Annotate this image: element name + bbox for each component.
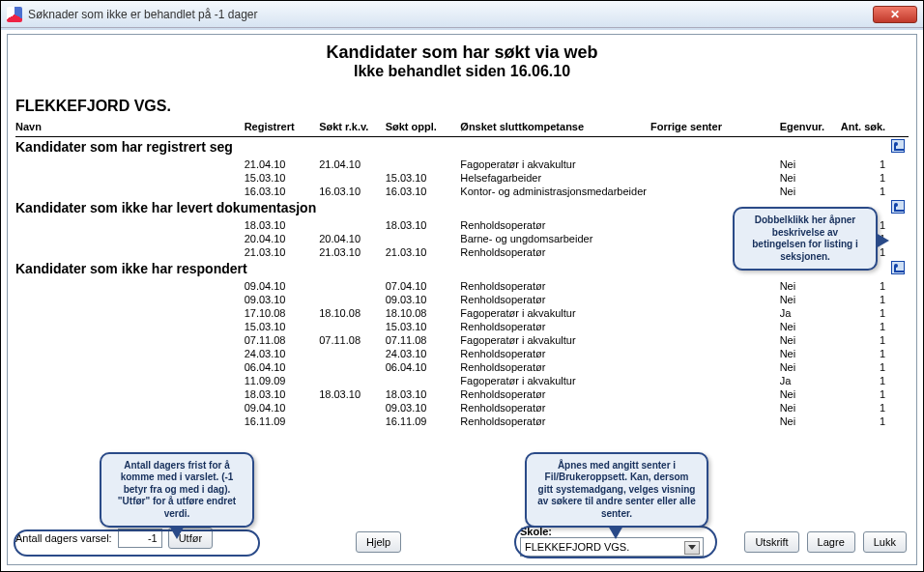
cell-oppl: 16.03.10	[386, 185, 461, 198]
cell-slutt: Renholdsoperatør	[460, 218, 650, 232]
cell-ant: 1	[837, 293, 890, 306]
cell-egen: Nei	[780, 293, 837, 306]
cell-reg: 16.11.09	[245, 415, 320, 428]
cell-reg: 15.03.10	[245, 320, 320, 333]
cell-oppl: 06.04.10	[386, 360, 461, 374]
cell-navn	[15, 293, 245, 306]
window-close-button[interactable]: ✕	[873, 6, 917, 23]
cell-rkv	[319, 401, 385, 415]
cell-oppl: 07.11.08	[386, 333, 461, 347]
table-row[interactable]: 16.03.1016.03.1016.03.10Kontor- og admin…	[15, 185, 909, 198]
col-info-icon	[889, 119, 909, 137]
cell-blank	[889, 320, 909, 333]
table-row[interactable]: 18.03.1018.03.1018.03.10Renholdsoperatør…	[15, 387, 909, 401]
cell-rkv	[319, 360, 385, 374]
candidates-table: Navn Registrert Søkt r.k.v. Søkt oppl. Ø…	[15, 119, 909, 428]
cell-slutt: Renholdsoperatør	[460, 279, 650, 293]
cell-navn	[15, 157, 245, 171]
scroll-area[interactable]: Kandidater som har søkt via web Ikke beh…	[8, 35, 916, 564]
cell-blank	[889, 347, 909, 360]
cell-ant: 1	[837, 333, 890, 347]
cell-ant: 1	[837, 306, 890, 320]
cell-blank	[889, 387, 909, 401]
cell-egen: Nei	[780, 415, 837, 428]
callout-days-warning: Antall dagers frist for å komme med i va…	[100, 452, 254, 529]
cell-egen: Nei	[780, 347, 837, 360]
cell-reg: 07.11.08	[245, 333, 320, 347]
cell-slutt: Fagoperatør i akvakultur	[460, 333, 650, 347]
cell-ant: 1	[837, 387, 890, 401]
cell-oppl: 18.10.08	[386, 306, 461, 320]
cell-forr	[650, 401, 780, 415]
col-forrige-senter: Forrige senter	[650, 119, 780, 137]
cell-egen: Nei	[780, 171, 837, 185]
section-info-cell	[889, 259, 909, 279]
table-row[interactable]: 11.09.09Fagoperatør i akvakulturJa1	[15, 374, 909, 387]
cell-egen: Nei	[780, 401, 837, 415]
table-row[interactable]: 21.04.1021.04.10Fagoperatør i akvakultur…	[15, 157, 909, 171]
table-row[interactable]: 09.04.1009.03.10RenholdsoperatørNei1	[15, 401, 909, 415]
callout-section-info: Dobbelklikk her åpner beskrivelse av bet…	[733, 207, 878, 271]
cell-forr	[650, 185, 780, 198]
cell-reg: 24.03.10	[245, 347, 320, 360]
cell-rkv: 21.04.10	[319, 157, 385, 171]
cell-navn	[15, 245, 245, 259]
cell-reg: 18.03.10	[245, 387, 320, 401]
cell-slutt: Renholdsoperatør	[460, 320, 650, 333]
cell-blank	[889, 171, 909, 185]
table-row[interactable]: 15.03.1015.03.10RenholdsoperatørNei1	[15, 320, 909, 333]
cell-reg: 21.04.10	[245, 157, 320, 171]
cell-navn	[15, 232, 245, 245]
cell-oppl: 18.03.10	[386, 218, 461, 232]
cell-slutt: Renholdsoperatør	[460, 387, 650, 401]
cell-rkv	[319, 415, 385, 428]
cell-blank	[889, 415, 909, 428]
page-title: Kandidater som har søkt via web	[15, 43, 909, 63]
app-window: Søknader som ikke er behandlet på -1 dag…	[0, 0, 924, 572]
cell-ant: 1	[837, 157, 890, 171]
table-row[interactable]: 06.04.1006.04.10RenholdsoperatørNei1	[15, 360, 909, 374]
table-row[interactable]: 15.03.1015.03.10HelsefagarbeiderNei1	[15, 171, 909, 185]
cell-ant: 1	[837, 171, 890, 185]
cell-rkv	[319, 293, 385, 306]
section-info-icon[interactable]	[891, 261, 905, 274]
table-row[interactable]: 24.03.1024.03.10RenholdsoperatørNei1	[15, 347, 909, 360]
table-row[interactable]: 07.11.0807.11.0807.11.08Fagoperatør i ak…	[15, 333, 909, 347]
section-info-icon[interactable]	[891, 200, 905, 214]
cell-navn	[15, 415, 245, 428]
cell-oppl: 09.03.10	[386, 401, 461, 415]
cell-blank	[889, 293, 909, 306]
cell-blank	[889, 374, 909, 387]
cell-blank	[889, 245, 909, 259]
cell-navn	[15, 360, 245, 374]
col-registrert: Registrert	[245, 119, 320, 137]
cell-blank	[889, 401, 909, 415]
table-row[interactable]: 16.11.0916.11.09RenholdsoperatørNei1	[15, 415, 909, 428]
cell-ant: 1	[837, 185, 890, 198]
section-info-icon[interactable]	[891, 139, 905, 153]
cell-ant: 1	[837, 320, 890, 333]
cell-reg: 20.04.10	[245, 232, 320, 245]
cell-blank	[889, 232, 909, 245]
cell-blank	[889, 360, 909, 374]
highlight-days-controls	[14, 529, 260, 557]
cell-forr	[650, 171, 780, 185]
cell-slutt: Renholdsoperatør	[460, 401, 650, 415]
cell-ant: 1	[837, 360, 890, 374]
section-info-cell	[889, 137, 909, 158]
cell-forr	[650, 360, 780, 374]
cell-slutt: Barne- og ungdomsarbeider	[460, 232, 650, 245]
table-row[interactable]: 09.04.1007.04.10RenholdsoperatørNei1	[15, 279, 909, 293]
cell-rkv: 18.10.08	[319, 306, 385, 320]
cell-oppl: 07.04.10	[386, 279, 461, 293]
table-row[interactable]: 17.10.0818.10.0818.10.08Fagoperatør i ak…	[15, 306, 909, 320]
cell-forr	[650, 347, 780, 360]
cell-forr	[650, 157, 780, 171]
cell-slutt: Kontor- og administrasjonsmedarbeider	[460, 185, 650, 198]
cell-oppl: 15.03.10	[386, 320, 461, 333]
cell-reg: 09.04.10	[245, 401, 320, 415]
table-row[interactable]: 09.03.1009.03.10RenholdsoperatørNei1	[15, 293, 909, 306]
cell-oppl: 21.03.10	[386, 245, 461, 259]
cell-egen: Ja	[780, 374, 837, 387]
section-header-row: Kandidater som har registrert seg	[15, 137, 909, 158]
